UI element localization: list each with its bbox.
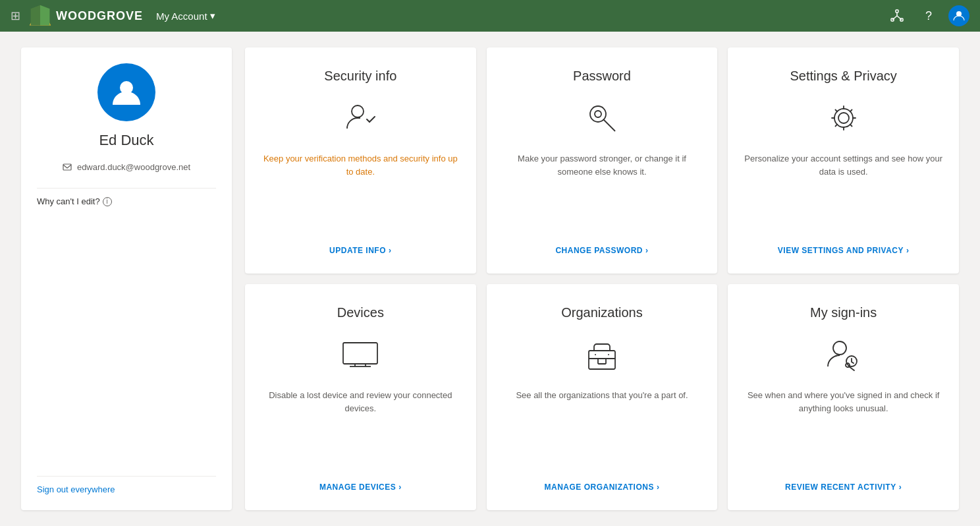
account-label: My Account (156, 11, 207, 22)
devices-card: Devices Disable a lost device and review… (245, 284, 476, 510)
svg-point-16 (595, 111, 601, 117)
email-icon (63, 163, 72, 172)
svg-rect-4 (896, 10, 898, 13)
svg-line-9 (897, 16, 902, 20)
profile-divider (37, 188, 216, 189)
network-icon[interactable] (885, 4, 909, 28)
user-avatar-small[interactable] (948, 5, 969, 26)
svg-marker-3 (40, 5, 49, 26)
security-info-desc: Keep your verification methods and secur… (261, 152, 460, 233)
user-name: Ed Duck (99, 132, 153, 149)
logo-text: WOODGROVE (56, 9, 143, 23)
chevron-down-icon: ▾ (210, 10, 215, 22)
sign-ins-icon (823, 334, 865, 376)
info-icon[interactable]: i (103, 197, 112, 206)
update-info-link[interactable]: UPDATE INFO › (329, 246, 391, 255)
svg-point-17 (838, 113, 849, 123)
devices-icon (339, 334, 381, 376)
main-content: Ed Duck edward.duck@woodgrove.net Why ca… (0, 32, 980, 526)
security-info-card: Security info Keep your verification met… (245, 47, 476, 274)
header: ⊞ WOODGROVE My Account ▾ ? (0, 0, 980, 32)
svg-line-8 (892, 16, 897, 20)
password-title: Password (573, 69, 631, 84)
logo-svg (28, 4, 52, 28)
devices-desc: Disable a lost device and review your co… (261, 389, 460, 469)
manage-devices-link[interactable]: MANAGE DEVICES › (319, 482, 402, 492)
view-settings-link[interactable]: VIEW SETTINGS AND PRIVACY › (778, 246, 910, 255)
avatar (97, 63, 155, 121)
why-edit-row: Why can't I edit? i (37, 196, 112, 206)
organizations-icon (581, 334, 623, 376)
my-sign-ins-desc: See when and where you've signed in and … (744, 389, 943, 469)
logo: WOODGROVE (28, 4, 143, 28)
svg-point-18 (834, 109, 853, 127)
svg-rect-12 (63, 164, 71, 170)
settings-privacy-desc: Personalize your account settings and se… (744, 152, 943, 233)
password-card: Password Make your password stronger, or… (487, 47, 718, 274)
grid-icon[interactable]: ⊞ (11, 9, 20, 23)
review-recent-activity-link[interactable]: REVIEW RECENT ACTIVITY › (785, 482, 902, 492)
user-profile-panel: Ed Duck edward.duck@woodgrove.net Why ca… (21, 47, 232, 510)
account-menu[interactable]: My Account ▾ (156, 10, 215, 22)
organizations-card: Organizations See all the organizations … (487, 284, 718, 510)
svg-point-13 (352, 105, 364, 117)
security-info-icon (339, 97, 381, 139)
password-desc: Make your password stronger, or change i… (503, 152, 702, 233)
svg-rect-23 (589, 351, 615, 369)
user-email: edward.duck@woodgrove.net (77, 162, 190, 172)
settings-icon (823, 97, 865, 139)
organizations-title: Organizations (561, 305, 642, 320)
svg-line-15 (603, 119, 615, 131)
sign-out-divider (37, 476, 216, 477)
my-sign-ins-title: My sign-ins (810, 305, 877, 320)
my-sign-ins-card: My sign-ins See when and where you've si… (728, 284, 959, 510)
cards-grid: Security info Keep your verification met… (245, 47, 959, 510)
password-icon (581, 97, 623, 139)
help-icon[interactable]: ? (917, 4, 940, 28)
manage-organizations-link[interactable]: MANAGE ORGANIZATIONS › (545, 482, 660, 492)
organizations-desc: See all the organizations that you're a … (516, 389, 688, 469)
svg-marker-2 (31, 5, 40, 26)
why-edit-text: Why can't I edit? (37, 196, 100, 206)
settings-privacy-title: Settings & Privacy (790, 69, 897, 84)
security-info-title: Security info (324, 69, 396, 84)
svg-point-28 (833, 341, 846, 355)
sign-out-link[interactable]: Sign out everywhere (37, 484, 115, 494)
user-email-row: edward.duck@woodgrove.net (37, 162, 216, 172)
settings-privacy-card: Settings & Privacy Personalize your acco… (728, 47, 959, 274)
svg-rect-25 (598, 359, 606, 364)
change-password-link[interactable]: CHANGE PASSWORD › (555, 246, 648, 255)
svg-rect-19 (343, 343, 377, 364)
devices-title: Devices (337, 305, 384, 320)
